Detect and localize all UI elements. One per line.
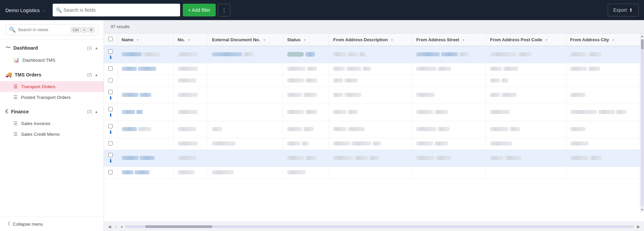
row-checkbox-cell[interactable]	[104, 63, 117, 75]
vscroll-thumb[interactable]	[641, 39, 644, 49]
cell-ext-doc-no	[208, 104, 283, 121]
cell-status	[283, 167, 329, 179]
cell-name	[117, 104, 173, 121]
row-checkbox-cell[interactable]	[104, 138, 117, 150]
cell-from-addr-city	[566, 138, 644, 150]
sidebar-item-dashboard-tms[interactable]: 📊 Dashboard TMS	[0, 55, 104, 65]
row-checkbox-cell[interactable]	[104, 75, 117, 87]
cell-status	[283, 75, 329, 87]
row-checkbox[interactable]	[108, 124, 113, 128]
cell-ext-doc-no	[208, 63, 283, 75]
select-all-checkbox[interactable]	[108, 37, 113, 41]
row-checkbox[interactable]	[108, 153, 113, 157]
col-from-address-street[interactable]: From Address Street ▼	[412, 34, 486, 46]
col-from-address-city[interactable]: From Address City ▼	[566, 34, 644, 46]
app-title-chevron-icon[interactable]: ⌄	[43, 8, 46, 12]
dashboard-icon: 〜	[5, 44, 11, 51]
col-no-sort-icon: ▼	[187, 38, 191, 42]
select-all-header[interactable]	[104, 34, 117, 46]
cell-ext-doc-no	[208, 75, 283, 87]
row-checkbox[interactable]	[108, 78, 113, 82]
hscroll-left-far-icon[interactable]: ◀	[107, 224, 112, 230]
vertical-scrollbar[interactable]: ▲ ▼	[640, 34, 644, 212]
cell-no	[173, 46, 208, 63]
download-icon[interactable]: ⬇	[109, 158, 113, 164]
vscroll-track[interactable]	[641, 39, 644, 207]
sidebar-item-transport-orders[interactable]: ☰ Transport Orders	[0, 81, 104, 92]
row-checkbox-cell[interactable]: ⬇	[104, 46, 117, 63]
section-tms-orders-header[interactable]: 🚚 TMS Orders (2) ▲	[0, 68, 104, 81]
table-row: ⬇	[104, 150, 644, 167]
hscroll-left-icon[interactable]: ‹	[114, 224, 118, 230]
row-checkbox[interactable]	[108, 66, 113, 71]
cell-status	[283, 121, 329, 138]
cell-no	[173, 75, 208, 87]
section-tms-orders-count: (2)	[87, 72, 92, 77]
table-container: Name ▼ No. ▼ External Document No. ▼	[104, 34, 644, 222]
section-tms-orders: 🚚 TMS Orders (2) ▲ ☰ Transport Orders ☰ …	[0, 67, 104, 104]
col-name[interactable]: Name ▼	[117, 34, 173, 46]
cell-from-addr-street	[412, 150, 486, 167]
more-options-button[interactable]: ⋮	[218, 4, 230, 16]
sidebar-item-sales-invoices[interactable]: ☰ Sales Invoices	[0, 118, 104, 129]
cell-no	[173, 150, 208, 167]
kbd-k: K	[88, 27, 95, 33]
row-checkbox[interactable]	[108, 141, 113, 146]
cell-name	[117, 138, 173, 150]
section-finance-header[interactable]: € Finance (2) ▲	[0, 105, 104, 118]
finance-icon: €	[5, 109, 8, 115]
download-icon[interactable]: ⬇	[109, 112, 113, 118]
row-checkbox-cell[interactable]: ⬇	[104, 121, 117, 138]
collapse-menu-icon: 《	[5, 221, 10, 227]
cell-name	[117, 46, 173, 63]
sidebar-search-input[interactable]	[18, 27, 69, 32]
col-status-sort-icon: ▼	[303, 38, 307, 42]
cell-from-addr-street	[412, 75, 486, 87]
cell-from-addr-street	[412, 167, 486, 179]
collapse-menu-button[interactable]: 《 Collapse menu	[0, 217, 104, 231]
section-dashboard-header[interactable]: 〜 Dashboard (1) ▲	[0, 41, 104, 55]
hscroll-right-icon[interactable]: ▶	[636, 224, 641, 230]
cell-from-addr-post	[486, 121, 566, 138]
col-external-doc-no[interactable]: External Document No. ▼	[208, 34, 283, 46]
table-wrapper[interactable]: Name ▼ No. ▼ External Document No. ▼	[104, 34, 644, 222]
vscroll-up-icon[interactable]: ▲	[640, 34, 644, 39]
col-no[interactable]: No. ▼	[173, 34, 208, 46]
row-checkbox-cell[interactable]: ⬇	[104, 150, 117, 167]
search-input[interactable]	[64, 7, 177, 13]
hscroll-track[interactable]	[125, 225, 634, 228]
download-icon[interactable]: ⬇	[109, 129, 113, 135]
sidebar-item-sales-credit-memo[interactable]: ☰ Sales Credit Memo	[0, 129, 104, 139]
hscroll-thumb[interactable]	[145, 225, 212, 228]
cell-status	[283, 63, 329, 75]
cell-from-addr-desc	[329, 75, 412, 87]
export-label: Export	[613, 7, 627, 13]
cell-from-addr-desc	[329, 46, 412, 63]
download-icon[interactable]: ⬇	[109, 55, 113, 60]
cell-from-addr-street	[412, 87, 486, 104]
col-status[interactable]: Status ▼	[283, 34, 329, 46]
row-checkbox[interactable]	[108, 170, 113, 174]
cell-name	[117, 167, 173, 179]
hscroll-left-step-icon[interactable]: ◂	[119, 224, 124, 230]
cell-no	[173, 63, 208, 75]
row-checkbox-cell[interactable]: ⬇	[104, 104, 117, 121]
row-checkbox-cell[interactable]	[104, 167, 117, 179]
sidebar-search-box: 🔍 Ctrl + K	[5, 24, 98, 35]
cell-from-addr-desc	[329, 87, 412, 104]
row-checkbox[interactable]	[108, 49, 113, 54]
export-button[interactable]: Export ⬆	[608, 4, 639, 16]
download-icon[interactable]: ⬇	[109, 95, 113, 101]
col-from-address-desc[interactable]: From Address Description ▼	[329, 34, 412, 46]
row-checkbox[interactable]	[108, 107, 113, 111]
cell-from-addr-post	[486, 75, 566, 87]
vscroll-down-icon[interactable]: ▼	[640, 207, 644, 212]
row-checkbox[interactable]	[108, 90, 113, 94]
sidebar-item-dashboard-tms-label: Dashboard TMS	[22, 58, 55, 63]
add-filter-button[interactable]: + Add filter	[183, 4, 216, 16]
row-checkbox-cell[interactable]: ⬇	[104, 87, 117, 104]
cell-ext-doc-no	[208, 150, 283, 167]
col-from-address-post-code[interactable]: From Address Post Code ▼	[486, 34, 566, 46]
sidebar-item-posted-transport-orders[interactable]: ☰ Posted Transport Orders	[0, 92, 104, 103]
col-from-address-city-sort-icon: ▼	[611, 38, 615, 42]
